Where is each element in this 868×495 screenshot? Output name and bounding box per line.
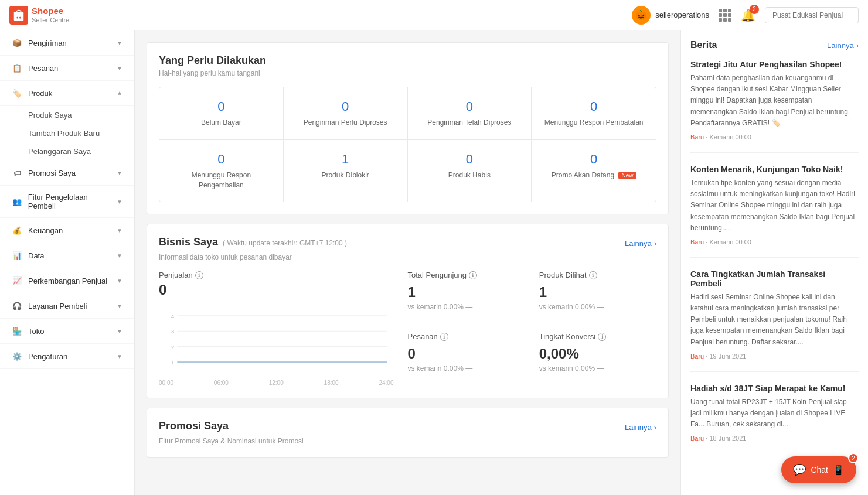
- store-icon: 🏪: [12, 326, 22, 336]
- chat-label: Chat: [811, 465, 828, 474]
- new-badge: New: [618, 172, 636, 179]
- news-item-body: Pahami data penghasilan dan keuanganmu d…: [690, 73, 859, 129]
- sidebar-item-perkembangan[interactable]: 📈 Perkembangan Penjual ▼: [0, 268, 134, 293]
- username: selleroperations: [655, 11, 709, 19]
- sidebar-item-pengaturan[interactable]: ⚙️ Pengaturan ▼: [0, 344, 134, 369]
- notif-badge: 2: [750, 5, 759, 14]
- sidebar-sub-produk-saya[interactable]: Produk Saya: [0, 106, 134, 124]
- news-title: Berita: [690, 40, 717, 50]
- sidebar-label-produk: Produk: [28, 89, 52, 98]
- todo-pengiriman-perlu[interactable]: 0 Pengiriman Perlu Diproses: [284, 87, 408, 140]
- todo-menunggu-respon-pembatalan[interactable]: 0 Menunggu Respon Pembatalan: [532, 87, 656, 140]
- sidebar-item-fitur[interactable]: 👥 Fitur Pengelolaan Pembeli ▼: [0, 186, 134, 218]
- pengunjung-compare: vs kemarin 0.00% —: [408, 303, 525, 311]
- tingkat-konversi-card: Tingkat Konversi ℹ 0,00% vs kemarin 0.00…: [539, 332, 656, 384]
- chevron-down-icon: ▼: [117, 199, 122, 205]
- chevron-down-icon: ▼: [117, 227, 122, 234]
- shopee-svg: [12, 9, 25, 22]
- produk-dilihat-card: Produk Dilihat ℹ 1 vs kemarin 0.00% —: [539, 271, 656, 323]
- svg-text:3: 3: [171, 329, 174, 335]
- todo-pengiriman-telah[interactable]: 0 Pengiriman Telah Diproses: [408, 87, 532, 140]
- chat-badge: 2: [848, 453, 859, 463]
- news-meta: Baru · 18 Juni 2021: [690, 435, 859, 442]
- todo-grid: 0 Belum Bayar 0 Pengiriman Perlu Diprose…: [159, 87, 656, 202]
- box-icon: 📦: [12, 37, 22, 48]
- news-meta: Baru · 19 Juni 2021: [690, 353, 859, 360]
- promosi-saya-section: Promosi Saya Lainnya › Fitur Promosi Say…: [147, 408, 669, 458]
- right-metrics-col2: Produk Dilihat ℹ 1 vs kemarin 0.00% — Ti…: [539, 271, 656, 386]
- main-content: Yang Perlu Dilakukan Hal-hal yang perlu …: [135, 30, 680, 495]
- right-metrics-col1: Total Pengunjung ℹ 1 vs kemarin 0.00% — …: [408, 271, 525, 386]
- apps-grid-icon[interactable]: [719, 9, 731, 22]
- sidebar-item-pesanan[interactable]: 📋 Pesanan ▼: [0, 56, 134, 81]
- news-item-title[interactable]: Strategi Jitu Atur Penghasilan Shopee!: [690, 60, 859, 69]
- news-item-title[interactable]: Cara Tingkatkan Jumlah Transaksi Pembeli: [690, 269, 859, 288]
- sidebar-item-keuangan[interactable]: 💰 Keuangan ▼: [0, 218, 134, 243]
- logo[interactable]: Shopee Seller Centre: [9, 6, 69, 25]
- percent-icon: 🏷: [12, 168, 22, 178]
- todo-number: 0: [169, 152, 274, 167]
- promosi-subtitle: Fitur Promosi Saya & Nominasi untuk Prom…: [159, 437, 656, 445]
- penjualan-chart-svg: 4 3 2 1: [159, 305, 394, 375]
- sidebar-item-promosi[interactable]: 🏷 Promosi Saya ▼: [0, 161, 134, 186]
- avatar: 🎃: [632, 6, 651, 25]
- yang-perlu-dilakukan-section: Yang Perlu Dilakukan Hal-hal yang perlu …: [147, 42, 669, 214]
- todo-menunggu-respon-pengembalian[interactable]: 0 Menunggu Respon Pengembalian: [159, 140, 284, 202]
- news-item-title[interactable]: Hadiah s/d 38JT Siap Merapat ke Kamu!: [690, 384, 859, 393]
- promosi-title: Promosi Saya: [159, 420, 229, 432]
- sidebar-item-toko[interactable]: 🏪 Toko ▼: [0, 319, 134, 344]
- sidebar-label-pesanan: Pesanan: [28, 64, 58, 73]
- sidebar-sub-tambah-produk[interactable]: Tambah Produk Baru: [0, 124, 134, 142]
- todo-number: 0: [541, 152, 646, 167]
- pengunjung-value: 1: [408, 284, 525, 301]
- news-meta: Baru · Kemarin 00:00: [690, 134, 859, 141]
- sidebar-sub-pelanggaran[interactable]: Pelanggaran Saya: [0, 142, 134, 161]
- headset-icon: 🎧: [12, 301, 22, 311]
- penjualan-info-icon[interactable]: ℹ: [195, 271, 203, 279]
- search-input[interactable]: [765, 7, 859, 23]
- promosi-lainnya-link[interactable]: Lainnya ›: [625, 423, 656, 432]
- todo-produk-diblokir[interactable]: 1 Produk Diblokir: [284, 140, 408, 202]
- todo-produk-habis[interactable]: 0 Produk Habis: [408, 140, 532, 202]
- produk-dilihat-compare: vs kemarin 0.00% —: [539, 303, 656, 311]
- todo-label: Menunggu Respon Pengembalian: [192, 171, 251, 189]
- user-profile[interactable]: 🎃 selleroperations: [632, 6, 709, 25]
- todo-number: 0: [169, 99, 274, 114]
- todo-label: Menunggu Respon Pembatalan: [544, 118, 644, 127]
- sidebar-label-toko: Toko: [28, 327, 44, 336]
- bisnis-lainnya-link[interactable]: Lainnya ›: [625, 239, 656, 248]
- sidebar-item-produk[interactable]: 🏷️ Produk ▼: [0, 81, 134, 106]
- todo-label: Produk Diblokir: [321, 171, 369, 179]
- pesanan-compare: vs kemarin 0.00% —: [408, 364, 525, 373]
- chevron-down-icon: ▼: [117, 303, 122, 309]
- chevron-up-icon: ▼: [117, 90, 122, 97]
- svg-text:1: 1: [171, 359, 174, 366]
- todo-belum-bayar[interactable]: 0 Belum Bayar: [159, 87, 284, 140]
- pesanan-value: 0: [408, 346, 525, 362]
- svg-text:2: 2: [171, 344, 174, 350]
- news-item-1: Strategi Jitu Atur Penghasilan Shopee! P…: [690, 60, 859, 153]
- todo-label: Produk Habis: [448, 171, 491, 179]
- chat-button[interactable]: 💬 Chat 📱 2: [781, 456, 856, 483]
- todo-number: 0: [417, 152, 522, 167]
- chat-bubble-icon: 💬: [793, 463, 806, 476]
- news-item-body: Uang tunai total RP23JT + 15JT Koin Penj…: [690, 397, 859, 431]
- produk-dilihat-info-icon[interactable]: ℹ: [589, 271, 597, 279]
- pengunjung-info-icon[interactable]: ℹ: [469, 271, 477, 279]
- yang-perlu-title: Yang Perlu Dilakukan: [159, 54, 656, 67]
- sidebar-item-pengiriman[interactable]: 📦 Pengiriman ▼: [0, 30, 134, 56]
- news-item-title[interactable]: Konten Menarik, Kunjungan Toko Naik!: [690, 165, 859, 174]
- sidebar-item-data[interactable]: 📊 Data ▼: [0, 243, 134, 268]
- news-lainnya-link[interactable]: Lainnya ›: [827, 41, 859, 50]
- chevron-down-icon: ▼: [117, 328, 122, 334]
- news-item-body: Hadiri sesi Seminar Online Shopee kali i…: [690, 292, 859, 348]
- sidebar-item-layanan[interactable]: 🎧 Layanan Pembeli ▼: [0, 293, 134, 319]
- notification-button[interactable]: 🔔 2: [741, 8, 755, 22]
- pesanan-card: Pesanan ℹ 0 vs kemarin 0.00% —: [408, 332, 525, 384]
- pesanan-info-icon[interactable]: ℹ: [440, 333, 448, 341]
- tag-icon: 🏷️: [12, 88, 22, 98]
- todo-promo-akan-datang[interactable]: 0 Promo Akan Datang New: [532, 140, 656, 202]
- konversi-info-icon[interactable]: ℹ: [598, 333, 606, 341]
- bisnis-saya-section: Bisnis Saya ( Waktu update terakhir: GMT…: [147, 224, 669, 398]
- total-pengunjung-card: Total Pengunjung ℹ 1 vs kemarin 0.00% —: [408, 271, 525, 323]
